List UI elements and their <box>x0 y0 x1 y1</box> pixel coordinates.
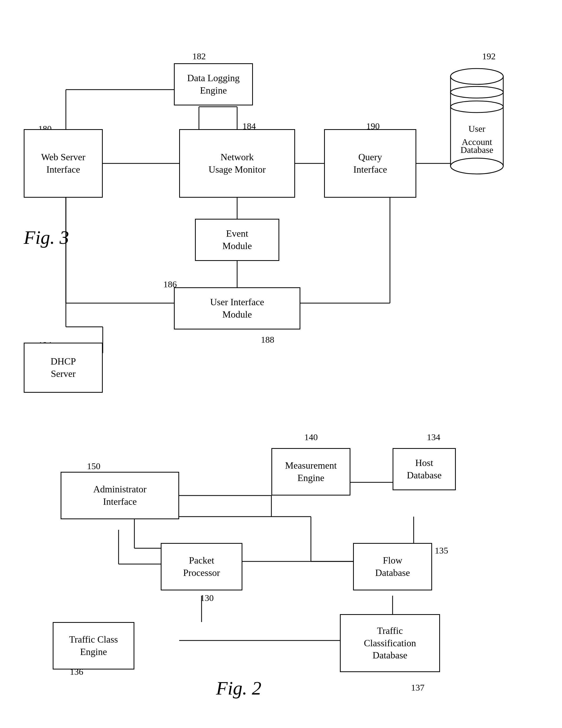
traffic-class-engine-box: Traffic Class Engine <box>53 622 134 669</box>
traffic-classification-db-label: Traffic Classification Database <box>364 625 416 662</box>
svg-point-38 <box>450 158 503 174</box>
ref-130: 130 <box>200 593 214 603</box>
network-usage-monitor-box: Network Usage Monitor <box>179 129 295 198</box>
user-interface-module-box: User Interface Module <box>174 287 300 329</box>
user-account-db-cylinder: User Account Database <box>448 61 506 177</box>
host-database-label: Host Database <box>407 457 442 482</box>
diagram-container: Fig. 3 182 Data Logging Engine 180 Web S… <box>0 0 562 728</box>
ref-134: 134 <box>427 432 440 442</box>
flow-database-box: Flow Database <box>353 543 432 590</box>
fig2-label: Fig. 2 <box>216 677 262 699</box>
fig3-label: Fig. 3 <box>24 227 69 249</box>
query-interface-box: Query Interface <box>324 129 416 198</box>
packet-processor-box: Packet Processor <box>161 543 243 590</box>
administrator-interface-box: Administrator Interface <box>61 472 179 519</box>
ref-150: 150 <box>87 461 100 471</box>
traffic-classification-db-box: Traffic Classification Database <box>340 614 440 672</box>
event-module-box: Event Module <box>195 219 279 261</box>
cylinder-svg: User Account Database <box>448 61 506 177</box>
ref-188: 188 <box>261 335 274 345</box>
data-logging-engine-box: Data Logging Engine <box>174 63 253 105</box>
flow-database-label: Flow Database <box>375 554 410 579</box>
dhcp-server-box: DHCP Server <box>24 343 103 393</box>
event-module-label: Event Module <box>223 227 252 252</box>
web-server-interface-label: Web Server Interface <box>41 151 85 176</box>
packet-processor-label: Packet Processor <box>183 554 220 579</box>
traffic-class-engine-label: Traffic Class Engine <box>69 633 118 658</box>
svg-text:User: User <box>468 124 486 134</box>
ref-135: 135 <box>435 546 448 556</box>
ref-140: 140 <box>304 432 318 442</box>
measurement-engine-box: Measurement Engine <box>272 448 350 496</box>
ref-137: 137 <box>411 683 424 693</box>
network-usage-monitor-label: Network Usage Monitor <box>209 151 266 176</box>
web-server-interface-box: Web Server Interface <box>24 129 103 198</box>
dhcp-server-label: DHCP Server <box>51 355 76 380</box>
query-interface-label: Query Interface <box>353 151 387 176</box>
svg-text:Database: Database <box>461 145 493 155</box>
administrator-interface-label: Administrator Interface <box>93 483 147 508</box>
data-logging-engine-label: Data Logging Engine <box>187 72 240 97</box>
user-interface-module-label: User Interface Module <box>210 296 264 321</box>
ref-192: 192 <box>482 51 496 61</box>
svg-point-35 <box>450 69 503 84</box>
measurement-engine-label: Measurement Engine <box>285 459 337 484</box>
ref-182: 182 <box>192 51 206 61</box>
host-database-box: Host Database <box>392 448 456 490</box>
